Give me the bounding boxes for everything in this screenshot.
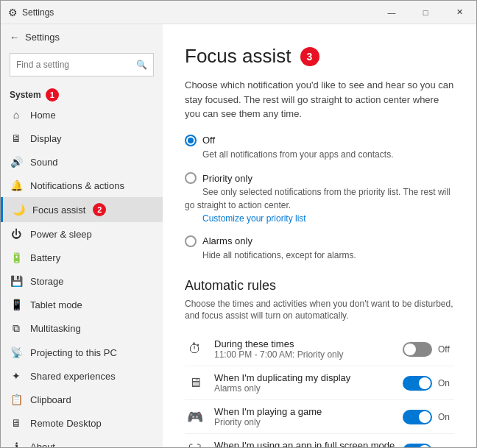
home-icon: ⌂	[10, 109, 23, 121]
rule-title-during-times: During these times	[214, 338, 343, 349]
radio-option-off[interactable]: Off Get all notifications from your apps…	[185, 135, 454, 161]
radio-circle-priority[interactable]	[185, 172, 197, 184]
radio-circle-alarms[interactable]	[185, 235, 197, 247]
rule-icon-duplicating-display: 🖥	[185, 373, 205, 394]
sidebar-item-remote[interactable]: 🖥 Remote Desktop	[1, 411, 163, 435]
sidebar-item-power[interactable]: ⏻ Power & sleep	[1, 222, 163, 246]
toggle-knob-playing-game	[419, 411, 431, 423]
sidebar-item-about[interactable]: ℹ About	[1, 435, 163, 447]
sidebar-item-label: Home	[30, 110, 56, 121]
sidebar-item-display[interactable]: 🖥 Display	[1, 127, 163, 150]
minimize-button[interactable]: —	[375, 1, 409, 24]
search-input[interactable]	[16, 60, 136, 70]
titlebar-controls: — □ ✕	[375, 1, 476, 24]
rule-text-full-screen: When I'm using an app in full screen mod…	[214, 440, 395, 447]
sidebar-item-clipboard[interactable]: 📋 Clipboard	[1, 388, 163, 411]
radio-desc-priority: See only selected notifications from the…	[185, 187, 451, 210]
sidebar-item-focus[interactable]: 🌙 Focus assist 2	[1, 197, 163, 222]
rule-row-playing-game: 🎮 When I'm playing a game Priority only …	[185, 400, 454, 434]
titlebar: ⚙ Settings — □ ✕	[1, 1, 476, 24]
rule-toggle-full-screen[interactable]	[403, 444, 432, 447]
sidebar-item-label: Projecting to this PC	[30, 347, 117, 358]
rule-text-duplicating-display: When I'm duplicating my display Alarms o…	[214, 372, 350, 394]
sidebar-item-storage[interactable]: 💾 Storage	[1, 269, 163, 293]
rule-title-playing-game: When I'm playing a game	[214, 406, 322, 417]
sidebar-item-label: Battery	[30, 252, 60, 263]
radio-row-alarms[interactable]: Alarms only	[185, 235, 454, 247]
radio-row-priority[interactable]: Priority only	[185, 172, 454, 184]
projecting-icon: 📡	[10, 346, 23, 358]
content-area: Focus assist 3 Choose which notification…	[163, 24, 476, 447]
display-icon: 🖥	[10, 132, 23, 144]
sidebar-item-label: Storage	[30, 276, 64, 287]
main-content: ← Settings 🔍 System 1 ⌂ Home 🖥 Display 🔊…	[1, 24, 476, 447]
radio-options-container: Off Get all notifications from your apps…	[185, 135, 454, 262]
notifications-icon: 🔔	[10, 179, 23, 191]
rule-toggle-playing-game[interactable]	[403, 410, 432, 424]
radio-desc-alarms: Hide all notifications, except for alarm…	[202, 250, 356, 260]
radio-row-off[interactable]: Off	[185, 135, 454, 146]
rules-container: ⏱ During these times 11:00 PM - 7:00 AM:…	[185, 333, 454, 447]
rule-title-full-screen: When I'm using an app in full screen mod…	[214, 440, 395, 447]
rule-left-playing-game: 🎮 When I'm playing a game Priority only	[185, 406, 322, 427]
storage-icon: 💾	[10, 275, 23, 287]
rule-right-full-screen: On	[403, 444, 454, 447]
rule-toggle-label-full-screen: On	[438, 446, 454, 447]
power-icon: ⏻	[10, 228, 23, 240]
page-title-badge: 3	[300, 47, 319, 66]
rule-right-playing-game: On	[403, 410, 454, 424]
sidebar-item-home[interactable]: ⌂ Home	[1, 103, 163, 127]
sidebar-item-label: Focus assist	[32, 205, 85, 216]
sidebar-item-label: Multitasking	[30, 323, 81, 334]
sidebar-item-label: Remote Desktop	[30, 418, 102, 429]
auto-rules-heading: Automatic rules	[185, 278, 454, 294]
page-header: Focus assist 3	[185, 45, 454, 68]
intro-text: Choose which notification you'd like to …	[185, 78, 454, 121]
rule-left-during-times: ⏱ During these times 11:00 PM - 7:00 AM:…	[185, 338, 343, 360]
rule-right-during-times: Off	[403, 342, 454, 357]
rule-toggle-label-playing-game: On	[438, 412, 454, 422]
sidebar-item-multitasking[interactable]: ⧉ Multitasking	[1, 316, 163, 341]
toggle-knob-full-screen	[419, 445, 431, 447]
sidebar-item-shared[interactable]: ✦ Shared experiences	[1, 364, 163, 388]
sidebar-item-label: Shared experiences	[30, 371, 116, 382]
settings-icon: ⚙	[8, 7, 18, 18]
toggle-knob-during-times	[404, 344, 416, 355]
sidebar-item-label: About	[30, 441, 55, 448]
sidebar-item-battery[interactable]: 🔋 Battery	[1, 246, 163, 269]
radio-circle-off[interactable]	[185, 135, 197, 146]
rule-toggle-label-during-times: Off	[438, 344, 454, 355]
sidebar-item-notifications[interactable]: 🔔 Notifications & actions	[1, 174, 163, 197]
rule-toggle-duplicating-display[interactable]	[403, 376, 432, 391]
remote-icon: 🖥	[10, 417, 23, 429]
radio-link-priority[interactable]: Customize your priority list	[202, 213, 454, 224]
maximize-button[interactable]: □	[409, 1, 442, 24]
search-icon: 🔍	[136, 60, 147, 70]
rule-right-duplicating-display: On	[403, 376, 454, 391]
sidebar-back-button[interactable]: ← Settings	[1, 24, 163, 50]
sidebar-item-sound[interactable]: 🔊 Sound	[1, 150, 163, 174]
page-title: Focus assist	[185, 45, 292, 68]
sidebar-item-projecting[interactable]: 📡 Projecting to this PC	[1, 341, 163, 364]
window-title: Settings	[22, 7, 54, 18]
radio-label-alarms: Alarms only	[202, 235, 252, 246]
rule-title-duplicating-display: When I'm duplicating my display	[214, 372, 350, 383]
rule-toggle-during-times[interactable]	[403, 342, 432, 357]
multitasking-icon: ⧉	[10, 322, 23, 335]
rule-row-duplicating-display: 🖥 When I'm duplicating my display Alarms…	[185, 366, 454, 400]
radio-label-off: Off	[202, 135, 215, 146]
sidebar-item-label: Tablet mode	[30, 299, 82, 310]
close-button[interactable]: ✕	[442, 1, 476, 24]
settings-window: ⚙ Settings — □ ✕ ← Settings 🔍 System 1	[0, 0, 477, 448]
rule-left-duplicating-display: 🖥 When I'm duplicating my display Alarms…	[185, 372, 350, 394]
search-box[interactable]: 🔍	[10, 53, 154, 77]
radio-option-priority[interactable]: Priority only See only selected notifica…	[185, 172, 454, 224]
sidebar-item-label: Power & sleep	[30, 229, 92, 240]
back-icon: ←	[10, 32, 19, 43]
clipboard-icon: 📋	[10, 394, 23, 405]
sidebar-item-tablet[interactable]: 📱 Tablet mode	[1, 293, 163, 316]
rule-row-during-times: ⏱ During these times 11:00 PM - 7:00 AM:…	[185, 333, 454, 366]
radio-option-alarms[interactable]: Alarms only Hide all notifications, exce…	[185, 235, 454, 262]
sidebar: ← Settings 🔍 System 1 ⌂ Home 🖥 Display 🔊…	[1, 24, 163, 447]
titlebar-left: ⚙ Settings	[8, 7, 54, 18]
